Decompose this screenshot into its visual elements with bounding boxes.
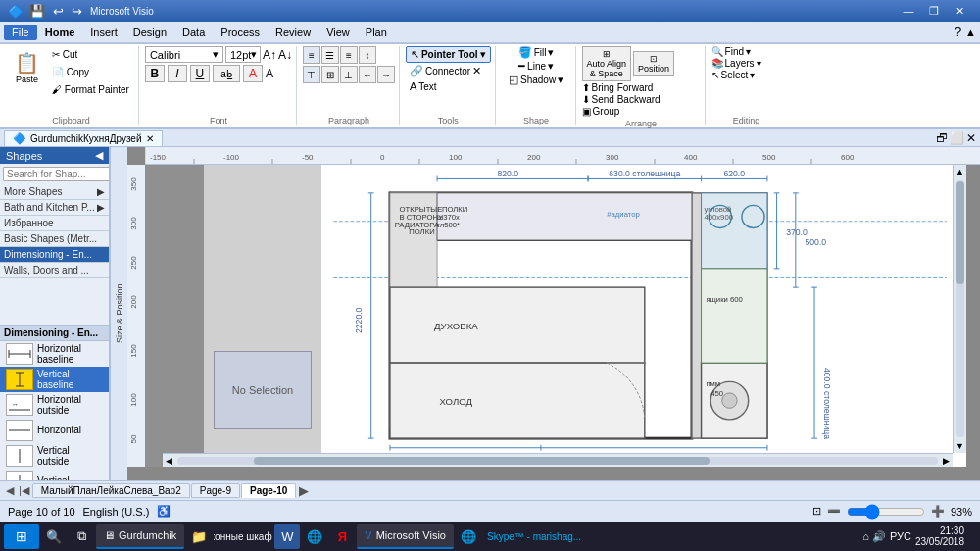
format-painter-button[interactable]: 🖌 Format Painter [47,81,134,98]
scroll-v-thumb-inner[interactable] [956,181,964,284]
taskbar-edge-btn[interactable]: 🌐 [456,524,481,549]
zoom-slider[interactable] [847,507,925,517]
connector-button[interactable]: 🔗 Connector ✕ [406,64,485,78]
scroll-h-thumb-inner[interactable] [254,457,710,465]
connector-dropdown[interactable]: ✕ [472,65,481,77]
page-nav-first[interactable]: |◀ [17,484,31,497]
group-btn[interactable]: ▣ Group [582,106,701,117]
line-button[interactable]: ━ Line ▾ [518,60,554,73]
shapes-basic[interactable]: Basic Shapes (Metr... [0,231,109,247]
paste-button[interactable]: 📋 Paste [8,46,46,89]
shapes-bath-kitchen[interactable]: Bath and Kitchen P... ▶ [0,200,109,216]
taskbar-visio[interactable]: V Microsoft Visio [357,524,454,549]
line-dropdown[interactable]: ▾ [548,60,554,73]
ribbon-collapse-icon[interactable]: ▲ [965,26,976,38]
pointer-tool-button[interactable]: ↖ Pointer Tool ▾ [406,46,491,63]
scroll-up-btn[interactable]: ▲ [956,165,964,178]
fit-page-btn[interactable]: ⊡ [812,505,821,518]
doc-maximize-btn[interactable]: ⬜ [950,131,964,145]
page-tab-arrow-right[interactable]: ▶ [297,483,311,498]
font-shrink-btn[interactable]: A↓ [278,48,292,62]
align-left-btn[interactable]: ≡ [303,46,320,64]
shapes-search-input[interactable] [3,167,110,181]
shadow-dropdown[interactable]: ▾ [558,74,564,86]
doc-close-btn[interactable]: ✕ [966,131,976,145]
fill-button[interactable]: 🪣 Fill ▾ [518,46,555,59]
position-btn[interactable]: ⊡ Position [633,51,674,76]
shapes-more-shapes[interactable]: More Shapes ▶ [0,184,109,200]
scroll-down-btn[interactable]: ▼ [956,439,964,453]
align-center-btn[interactable]: ☰ [321,46,339,64]
task-view-button[interactable]: ⧉ [69,524,94,549]
menu-view[interactable]: View [318,25,358,40]
font-size-dropdown[interactable]: 12pt ▾ [225,46,261,63]
find-btn[interactable]: 🔍 Find ▾ [711,46,782,57]
taskbar-chrome-btn[interactable]: 🌐 [302,524,327,549]
menu-process[interactable]: Process [213,25,268,40]
shapes-dimensioning[interactable]: Dimensioning - En... [0,247,109,263]
scroll-h-thumb[interactable] [177,457,938,465]
shape-vertical[interactable]: Vertical [0,469,109,481]
text-button[interactable]: A Text [406,79,441,93]
save-quick-btn[interactable]: 💾 [27,4,47,19]
strikethrough-button[interactable]: ab̲ [213,65,240,82]
shapes-izbrannoye[interactable]: Избранное [0,216,109,231]
menu-plan[interactable]: Plan [358,25,395,40]
page-nav-prev[interactable]: ◀ [4,484,16,497]
shape-horizontal-outside[interactable]: ↔ Horizontal outside [0,392,109,418]
scrollbar-horizontal[interactable]: ◀ ▶ [163,453,953,467]
scrollbar-vertical[interactable]: ▲ ▼ [953,165,966,453]
font-color-btn[interactable]: A [243,65,263,82]
document-tab[interactable]: 🔷 GurdumchikКухняДрузей ✕ [4,130,163,146]
maximize-button[interactable]: ❐ [921,0,947,22]
help-icon[interactable]: ? [955,25,961,39]
copy-button[interactable]: 📄 Copy [47,64,134,80]
canvas-content[interactable]: No Selection [145,165,966,467]
indent-dec-btn[interactable]: ← [359,66,376,83]
redo-quick-btn[interactable]: ↪ [70,4,84,19]
menu-data[interactable]: Data [174,25,213,40]
auto-align-space-btn[interactable]: ⊞ Auto Align & Space [582,46,632,81]
taskbar-word-btn[interactable]: W [274,524,300,549]
scroll-left-btn[interactable]: ◀ [163,456,175,466]
menu-review[interactable]: Review [268,25,318,40]
shape-horizontal[interactable]: Horizontal [0,418,109,443]
page-tab-2[interactable]: Page-9 [191,483,240,498]
start-button[interactable]: ⊞ [4,524,39,549]
zoom-in-btn[interactable]: ➕ [931,505,945,518]
shadow-button[interactable]: ◰ Shadow ▾ [509,74,564,86]
undo-quick-btn[interactable]: ↩ [51,4,66,19]
taskbar-kukhnya[interactable]: Кухонные шкафы... [214,524,272,549]
find-dropdown[interactable]: ▾ [746,46,751,57]
shapes-collapse-btn[interactable]: ◀ [95,149,103,162]
send-backward-btn[interactable]: ⬇ Send Backward [582,94,701,105]
page-tab-1[interactable]: МалыйПланЛейкаСлева_Вар2 [32,483,190,498]
minimize-button[interactable]: — [896,0,921,22]
close-doc-btn[interactable]: ✕ [146,133,154,144]
search-button-taskbar[interactable]: 🔍 [41,524,67,549]
scroll-v-thumb[interactable] [956,180,964,437]
pointer-tool-dropdown[interactable]: ▾ [480,48,486,61]
taskbar-gurdumchik[interactable]: 🖥 Gurdumchik [96,524,184,549]
cut-button[interactable]: ✂ Cut [47,46,134,63]
align-bottom-btn[interactable]: ⊥ [340,66,358,83]
page-tab-3[interactable]: Page-10 [241,483,296,498]
menu-file[interactable]: File [4,25,37,40]
shape-vertical-outside[interactable]: Vertical outside [0,443,109,469]
fill-dropdown[interactable]: ▾ [548,46,554,59]
scroll-right-btn[interactable]: ▶ [940,456,953,466]
align-top-btn[interactable]: ⊤ [303,66,320,83]
bring-forward-btn[interactable]: ⬆ Bring Forward [582,82,701,93]
taskbar-folder-btn[interactable]: 📁 [186,524,212,549]
indent-inc-btn[interactable]: → [377,66,395,83]
list-btn[interactable]: ≡ [340,46,358,64]
select-btn[interactable]: ↖ Select ▾ [711,70,782,80]
align-mid-btn[interactable]: ⊞ [321,66,339,83]
menu-home[interactable]: Home [37,25,83,40]
close-button[interactable]: ✕ [947,0,972,22]
menu-design[interactable]: Design [125,25,174,40]
taskbar-skype-btn[interactable]: Skype™ - marishag... [483,524,585,549]
underline-button[interactable]: U [190,65,210,82]
line-spacing-btn[interactable]: ↕ [359,46,376,64]
layers-btn[interactable]: 📚 Layers ▾ [711,58,782,69]
